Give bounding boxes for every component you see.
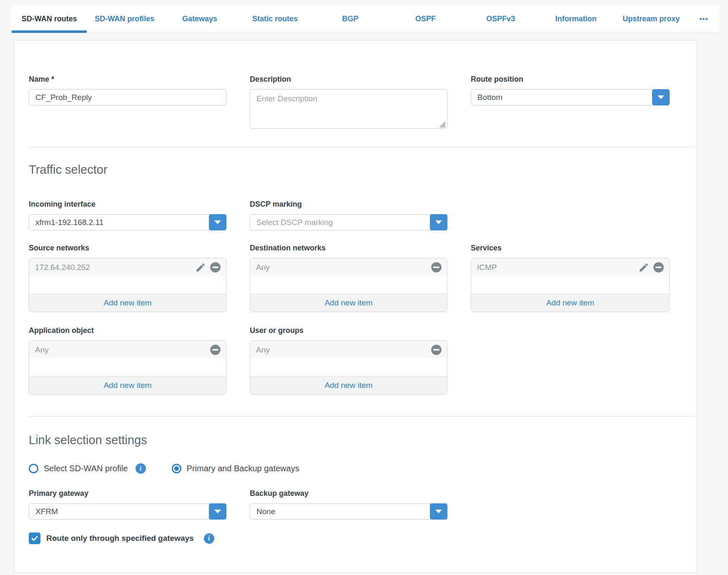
sd-wan-route-form: Name * Description Route position Bottom [14, 40, 697, 573]
dscp-marking-dropdown-button[interactable] [430, 214, 447, 230]
add-new-item-button[interactable]: Add new item [29, 294, 226, 312]
add-new-item-button[interactable]: Add new item [29, 376, 226, 394]
tab-sd-wan-routes[interactable]: SD-WAN routes [12, 5, 87, 32]
networks-services-row: Source networks 172.64.240.252 Add new i… [29, 243, 668, 312]
tab-ospfv3[interactable]: OSPFv3 [463, 5, 538, 32]
remove-icon[interactable] [431, 262, 442, 273]
remove-icon[interactable] [210, 262, 221, 273]
interface-dscp-row: Incoming interface xfrm1-192.168.2.11 DS… [29, 200, 668, 230]
incoming-interface-label: Incoming interface [29, 200, 226, 209]
chevron-down-icon [435, 510, 442, 513]
tab-gateways[interactable]: Gateways [162, 5, 237, 32]
route-only-checkbox[interactable] [29, 532, 40, 544]
info-icon[interactable]: i [204, 533, 214, 544]
primary-backup-gateways-radio[interactable] [172, 464, 181, 473]
link-selection-title: Link selection settings [29, 433, 668, 447]
add-new-item-button[interactable]: Add new item [250, 294, 447, 312]
name-field-group: Name * [29, 75, 226, 105]
select-sdwan-profile-radio[interactable] [29, 464, 38, 473]
description-label: Description [250, 75, 447, 84]
dscp-marking-select[interactable]: Select DSCP marking [250, 214, 447, 230]
service-value: ICMP [477, 263, 497, 272]
tab-bgp[interactable]: BGP [313, 5, 388, 32]
resize-handle-icon[interactable] [437, 120, 446, 128]
chevron-down-icon [435, 220, 442, 224]
services-group: Services ICMP Add new item [471, 243, 670, 312]
incoming-interface-dropdown-button[interactable] [209, 214, 226, 230]
backup-gateway-select[interactable]: None [250, 503, 447, 520]
backup-gateway-value: None [256, 507, 275, 516]
tab-ospf[interactable]: OSPF [388, 5, 463, 32]
destination-networks-list: Any Add new item [250, 258, 447, 312]
route-only-label: Route only through specified gateways [46, 534, 194, 543]
dscp-marking-group: DSCP marking Select DSCP marking [250, 200, 447, 230]
description-textarea[interactable] [250, 89, 447, 129]
tab-static-routes[interactable]: Static routes [237, 5, 312, 32]
route-position-field-group: Route position Bottom [471, 75, 670, 105]
tab-upstream-proxy[interactable]: Upstream proxy [614, 5, 689, 32]
more-tabs-icon[interactable]: ••• [689, 5, 719, 32]
edit-icon[interactable] [195, 262, 206, 273]
edit-icon[interactable] [638, 262, 649, 273]
route-position-dropdown-button[interactable] [652, 89, 670, 105]
tab-information[interactable]: Information [538, 5, 613, 32]
dscp-marking-placeholder: Select DSCP marking [256, 218, 333, 227]
application-object-list: Any Add new item [29, 340, 226, 395]
section-divider [29, 416, 697, 417]
name-label: Name * [29, 75, 226, 84]
destination-network-value: Any [256, 263, 270, 272]
primary-gateway-value: XFRM [35, 507, 58, 516]
tab-sd-wan-profiles[interactable]: SD-WAN profiles [87, 5, 162, 32]
user-or-groups-group: User or groups Any Add new item [250, 326, 447, 395]
name-input[interactable] [29, 89, 226, 105]
application-object-label: Application object [29, 326, 226, 335]
add-new-item-button[interactable]: Add new item [250, 376, 447, 394]
list-item: Any [250, 258, 447, 276]
user-or-groups-list: Any Add new item [250, 340, 447, 395]
remove-icon[interactable] [431, 344, 442, 355]
destination-networks-label: Destination networks [250, 243, 447, 252]
backup-gateway-dropdown-button[interactable] [430, 503, 447, 520]
application-object-group: Application object Any Add new item [29, 326, 226, 395]
primary-gateway-select[interactable]: XFRM [29, 503, 226, 520]
primary-backup-gateways-label: Primary and Backup gateways [187, 464, 299, 473]
application-object-value: Any [35, 345, 49, 355]
traffic-selector-title: Traffic selector [29, 163, 668, 177]
add-new-item-button[interactable]: Add new item [471, 294, 669, 312]
primary-gateway-label: Primary gateway [29, 489, 226, 498]
general-fields-row: Name * Description Route position Bottom [29, 75, 668, 130]
source-networks-group: Source networks 172.64.240.252 Add new i… [29, 243, 226, 312]
route-position-value: Bottom [477, 93, 502, 102]
user-or-groups-value: Any [256, 345, 270, 355]
list-item: 172.64.240.252 [29, 258, 226, 276]
source-networks-label: Source networks [29, 243, 226, 252]
checkmark-icon [31, 535, 38, 542]
route-position-select[interactable]: Bottom [471, 89, 670, 105]
section-divider [29, 147, 697, 147]
remove-icon[interactable] [653, 262, 664, 273]
services-list: ICMP Add new item [471, 258, 670, 312]
incoming-interface-value: xfrm1-192.168.2.11 [35, 218, 103, 227]
application-users-row: Application object Any Add new item User… [29, 326, 668, 395]
list-item: Any [29, 341, 226, 359]
remove-icon[interactable] [210, 344, 221, 355]
backup-gateway-label: Backup gateway [250, 489, 447, 498]
route-position-label: Route position [471, 75, 670, 84]
route-only-row: Route only through specified gateways i [29, 532, 668, 544]
list-item: Any [250, 341, 447, 359]
backup-gateway-group: Backup gateway None [250, 489, 447, 520]
dscp-marking-label: DSCP marking [250, 200, 447, 209]
destination-networks-group: Destination networks Any Add new item [250, 243, 447, 312]
source-network-value: 172.64.240.252 [35, 263, 90, 272]
source-networks-list: 172.64.240.252 Add new item [29, 258, 226, 312]
user-or-groups-label: User or groups [250, 326, 447, 335]
services-label: Services [471, 243, 670, 252]
info-icon[interactable]: i [136, 463, 146, 474]
primary-gateway-dropdown-button[interactable] [209, 503, 226, 520]
list-item: ICMP [471, 258, 669, 276]
chevron-down-icon [214, 510, 221, 513]
description-field-group: Description [250, 75, 447, 130]
select-sdwan-profile-label: Select SD-WAN profile [44, 464, 128, 473]
incoming-interface-select[interactable]: xfrm1-192.168.2.11 [29, 214, 226, 230]
tab-bar: SD-WAN routes SD-WAN profiles Gateways S… [12, 5, 719, 33]
